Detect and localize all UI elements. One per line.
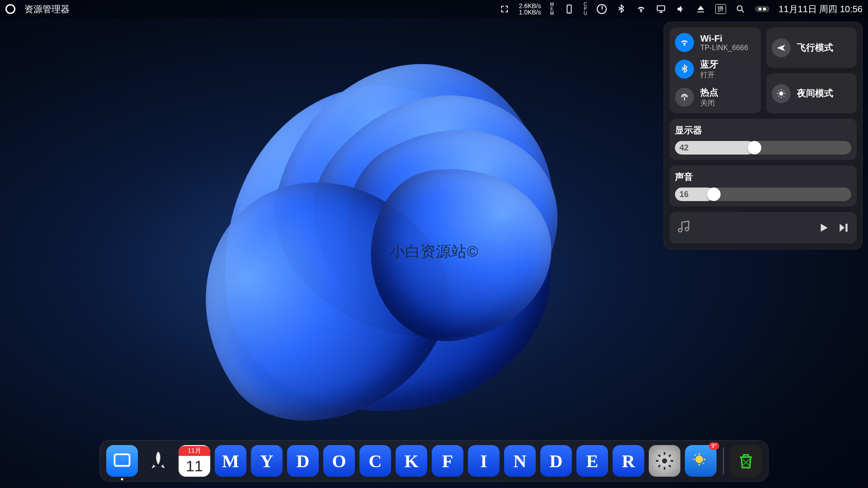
dock-letter-m-0[interactable]: M	[215, 445, 246, 477]
night-mode-icon	[772, 84, 791, 103]
brightness-slider[interactable]: 42	[675, 141, 851, 155]
dock-letter-r-11[interactable]: R	[613, 445, 644, 477]
svg-point-4	[779, 91, 783, 95]
volume-card: 声音 16	[670, 165, 857, 206]
dock-separator	[723, 447, 724, 474]
bluetooth-icon[interactable]	[616, 4, 627, 14]
play-button[interactable]	[818, 222, 830, 234]
dock-letter-k-5[interactable]: K	[396, 445, 427, 477]
cpu-gauge-icon[interactable]	[597, 4, 607, 14]
svg-rect-2	[657, 6, 665, 11]
watermark-text: 小白资源站©	[390, 241, 478, 262]
search-icon[interactable]	[735, 4, 746, 14]
bluetooth-toggle[interactable]: 蓝牙打开	[675, 58, 755, 80]
dock-letter-n-8[interactable]: N	[504, 445, 536, 477]
clock[interactable]: 11月11日 周四 10:56	[778, 3, 863, 15]
mem-label: MEM	[550, 2, 555, 16]
control-center-icon[interactable]	[755, 6, 769, 12]
display-icon[interactable]	[656, 4, 666, 14]
hotspot-icon	[675, 88, 694, 107]
airplane-mode-toggle[interactable]: 飞行模式	[766, 28, 857, 68]
dock-letter-f-6[interactable]: F	[432, 445, 463, 477]
menu-bar: 资源管理器 2.6KB/s1.0KB/s MEM CPU 拼 11月11日 周四…	[0, 0, 868, 18]
cpu-label: CPU	[584, 2, 588, 16]
volume-icon[interactable]	[675, 4, 686, 14]
network-speed-indicator[interactable]: 2.6KB/s1.0KB/s	[519, 3, 541, 15]
wifi-icon	[675, 33, 694, 52]
wifi-icon[interactable]	[636, 4, 646, 14]
dock-launchpad[interactable]	[142, 445, 174, 477]
svg-point-6	[662, 458, 667, 464]
dock-letter-d-9[interactable]: D	[540, 445, 572, 477]
dock-trash[interactable]	[730, 445, 762, 477]
control-center-panel: Wi-FiTP-LINK_6666 蓝牙打开 热点关闭 飞行模式 夜间模式 显示…	[664, 22, 863, 249]
dock-settings[interactable]	[649, 445, 680, 477]
dock-letter-o-3[interactable]: O	[323, 445, 355, 477]
dock-weather[interactable]: 9°	[685, 445, 717, 477]
svg-rect-5	[115, 454, 130, 466]
hotspot-toggle[interactable]: 热点关闭	[675, 86, 755, 108]
dock-letter-c-4[interactable]: C	[359, 445, 391, 477]
dock-calendar[interactable]: 11月 11	[179, 445, 210, 477]
dock-letter-d-2[interactable]: D	[287, 445, 319, 477]
connectivity-card: Wi-FiTP-LINK_6666 蓝牙打开 热点关闭	[670, 28, 761, 113]
dock-letter-e-10[interactable]: E	[576, 445, 608, 477]
night-mode-toggle[interactable]: 夜间模式	[766, 73, 857, 113]
next-track-button[interactable]	[838, 222, 849, 234]
volume-label: 声音	[675, 171, 851, 183]
eject-icon[interactable]	[695, 4, 706, 14]
brightness-label: 显示器	[675, 124, 851, 136]
svg-point-7	[695, 455, 703, 463]
brightness-card: 显示器 42	[670, 119, 857, 160]
dock-letter-i-7[interactable]: I	[468, 445, 500, 477]
dock: 11月 11 MYDOCKFINDER 9°	[99, 440, 769, 482]
svg-point-1	[569, 12, 570, 13]
bluetooth-icon	[675, 60, 694, 79]
svg-point-3	[737, 6, 742, 11]
weather-badge: 9°	[709, 442, 719, 450]
music-note-icon	[677, 220, 690, 235]
airplane-icon	[772, 38, 791, 57]
music-card	[670, 212, 857, 244]
volume-slider[interactable]: 16	[675, 188, 851, 201]
start-circle-icon[interactable]	[5, 4, 15, 14]
ime-indicator[interactable]: 拼	[715, 4, 726, 14]
dock-finder[interactable]	[106, 445, 138, 477]
wifi-toggle[interactable]: Wi-FiTP-LINK_6666	[675, 33, 755, 52]
dock-letter-y-1[interactable]: Y	[251, 445, 283, 477]
active-app-title[interactable]: 资源管理器	[24, 3, 70, 15]
wallpaper-bloom	[163, 27, 606, 470]
expand-arrows-icon[interactable]	[499, 4, 510, 14]
phone-icon[interactable]	[564, 4, 575, 14]
